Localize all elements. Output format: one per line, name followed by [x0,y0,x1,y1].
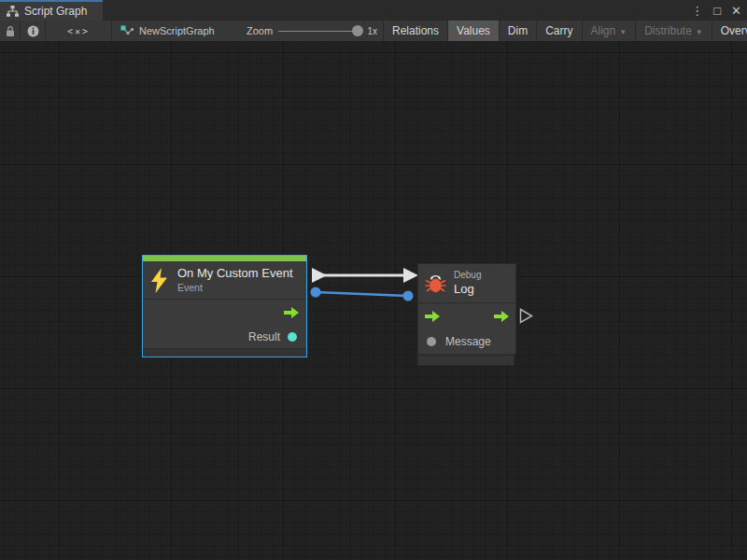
node-title: On My Custom Event [177,266,293,281]
title-bar: Script Graph ⋮ □ ✕ [0,0,747,21]
graph-tab-icon [7,6,19,17]
connection-value[interactable] [311,287,414,301]
lightning-bolt-icon [150,268,168,293]
flow-output-port[interactable] [494,311,509,322]
relations-button[interactable]: Relations [384,21,448,41]
value-output-port[interactable] [288,332,297,342]
node-subtitle: Event [177,282,293,294]
script-graph-asset-icon [120,25,134,36]
edit-graph-button[interactable]: <✕> [46,21,111,41]
relations-label: Relations [392,24,439,37]
zoom-slider[interactable] [278,31,361,32]
node-header[interactable]: Debug Log [418,264,515,302]
align-dropdown[interactable]: Align ▼ [583,21,637,41]
tab-title: Script Graph [24,5,87,18]
lock-button[interactable] [0,21,20,41]
node-footer [417,355,514,366]
node-debug-log[interactable]: Debug Log Message [417,263,516,355]
distribute-dropdown[interactable]: Distribute ▼ [636,21,712,41]
connection-flow[interactable] [312,268,418,283]
info-button[interactable] [21,21,45,41]
values-label: Values [457,24,490,37]
info-icon [27,25,39,37]
flow-input-port[interactable] [425,311,440,322]
tab-script-graph[interactable]: Script Graph [0,0,103,21]
node-footer [143,348,306,357]
graph-canvas[interactable]: On My Custom Event Event Result [0,42,747,560]
window-menu-icon[interactable]: ⋮ [691,5,703,17]
values-button[interactable]: Values [448,21,500,41]
value-input-port[interactable] [427,337,436,346]
graph-name: NewScriptGraph [139,25,215,36]
script-graph-window: Script Graph ⋮ □ ✕ <✕> [0,0,747,560]
bug-icon [425,273,446,293]
flow-output-port[interactable] [284,307,299,318]
node-header[interactable]: On My Custom Event Event [143,261,306,299]
connections-layer [0,42,747,560]
zoom-control: Zoom 1x [247,21,383,41]
graph-toolbar: <✕> NewScriptGraph Zoom 1x Relations Val… [0,21,747,42]
dim-button[interactable]: Dim [500,21,537,41]
maximize-icon[interactable]: □ [713,5,721,17]
carry-label: Carry [545,24,572,37]
lock-icon [5,25,16,37]
distribute-label: Distribute [644,24,692,37]
zoom-label: Zoom [247,25,273,36]
node-kicker: Debug [454,270,481,282]
code-icon: <✕> [67,26,90,36]
chevron-down-icon: ▼ [619,28,627,36]
zoom-value: 1x [367,26,377,36]
node-title: Log [454,282,481,297]
carry-button[interactable]: Carry [537,21,582,41]
overview-label: Overview [721,24,747,37]
flow-continuation-icon[interactable] [519,308,534,324]
node-on-my-custom-event[interactable]: On My Custom Event Event Result [142,255,307,357]
overview-button[interactable]: Overview [712,21,747,41]
dim-label: Dim [508,24,528,37]
port-label-result: Result [248,330,280,343]
zoom-slider-knob[interactable] [352,25,363,36]
align-label: Align [591,24,616,37]
chevron-down-icon: ▼ [696,28,703,36]
port-label-message: Message [445,335,491,348]
close-icon[interactable]: ✕ [731,5,741,17]
graph-asset-label[interactable]: NewScriptGraph [112,21,247,41]
